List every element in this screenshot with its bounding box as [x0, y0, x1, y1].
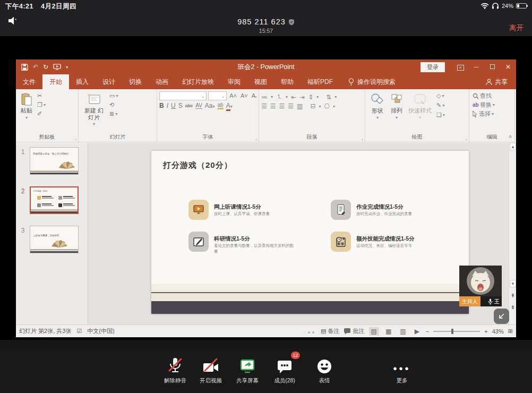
shrink-font-button[interactable]: A˅ — [239, 91, 249, 100]
line-spacing-button[interactable]: ⇕ — [308, 93, 313, 101]
undo-icon[interactable]: ↶ — [33, 63, 38, 71]
redo-icon[interactable]: ↻ — [43, 63, 48, 71]
thumbnail-2[interactable]: 2 打分游戏（20分） — [16, 186, 88, 214]
reset-button[interactable]: ⟲ — [108, 100, 119, 109]
grow-font-button[interactable]: A˄ — [228, 91, 238, 100]
change-case-button[interactable]: Aa▾ — [205, 102, 215, 109]
quick-styles-button[interactable]: 快速样式 ▾ — [406, 91, 434, 121]
tab-11[interactable]: 福昕PDF — [301, 74, 340, 89]
outdent-button[interactable]: ⇤ — [291, 93, 296, 101]
zoom-in-button[interactable]: + — [484, 328, 487, 335]
shadow-button[interactable]: S — [178, 102, 183, 109]
shape-effects-button[interactable]: ❏▾ — [435, 110, 446, 119]
highlight-button[interactable]: ab — [218, 102, 224, 109]
align-left-button[interactable]: ☰ — [261, 102, 267, 110]
minimize-button[interactable]: ─ — [468, 63, 484, 71]
tellme-search[interactable]: 操作说明搜索 — [348, 74, 396, 89]
italic-button[interactable]: I — [167, 102, 168, 109]
replace-button[interactable]: ab 替换 ▾ — [471, 100, 512, 109]
align-right-button[interactable]: ☰ — [279, 102, 285, 110]
vertical-scrollbar[interactable]: ▲ ▼ ⇞ ⇟ — [509, 143, 516, 324]
signin-button[interactable]: 登录 — [421, 62, 445, 72]
spellcheck-icon[interactable]: ☑ — [76, 328, 82, 335]
close-button[interactable]: ✕ — [500, 63, 516, 71]
strikethrough-button[interactable]: abc — [185, 103, 193, 108]
align-text-button[interactable]: ⊟ — [310, 102, 315, 110]
zoom-out-button[interactable]: − — [426, 328, 429, 335]
reading-view-button[interactable]: ▥ — [398, 327, 408, 336]
tab-3[interactable]: 插入 — [69, 74, 96, 89]
copy-button[interactable]: ❐▾ — [36, 100, 47, 109]
underline-button[interactable]: U — [171, 102, 176, 109]
next-slide-button[interactable]: ⇟ — [510, 304, 516, 310]
slide-sorter-view-button[interactable]: ▦ — [383, 327, 393, 336]
columns-button[interactable]: ▥ — [297, 102, 303, 110]
font-size-combo[interactable]: ⌄ — [208, 91, 227, 100]
align-center-button[interactable]: ☰ — [270, 102, 276, 110]
bold-button[interactable]: B — [159, 102, 164, 109]
scroll-down-button[interactable]: ▼ — [510, 280, 516, 287]
font-dialog-launcher[interactable]: ⌟ — [255, 136, 257, 141]
leave-button[interactable]: 离开 — [509, 23, 524, 33]
char-spacing-button[interactable]: AV — [195, 102, 202, 109]
layout-button[interactable]: ▭▾ — [108, 91, 119, 100]
language-indicator[interactable]: 中文(中国) — [87, 327, 114, 335]
thumbnail-3[interactable]: 3 上好每节网课，学有所获 — [16, 226, 88, 253]
ribbon-display-options-button[interactable]: ˄ — [452, 63, 468, 71]
emoji-button[interactable]: 表情 — [301, 356, 348, 385]
tab-10[interactable]: 帮助 — [274, 74, 301, 89]
maximize-button[interactable] — [484, 63, 500, 71]
tab-4[interactable]: 设计 — [96, 74, 122, 89]
font-color-button[interactable]: A▾ — [226, 102, 233, 109]
previous-slide-button[interactable]: ⇞ — [510, 293, 516, 298]
comments-button[interactable]: 批注 — [344, 327, 365, 335]
share-button[interactable]: 共享 — [486, 74, 508, 89]
text-direction-button[interactable]: ⇅ — [326, 93, 331, 101]
drawing-dialog-launcher[interactable]: ⌟ — [465, 136, 467, 141]
notes-button[interactable]: ▤ 备注 — [321, 327, 339, 335]
tab-1[interactable]: 文件 — [16, 74, 42, 89]
meeting-id-row[interactable]: 985 211 623 — [237, 18, 295, 26]
slideshow-view-button[interactable]: ▶ — [413, 327, 422, 336]
minimize-video-button[interactable] — [494, 309, 509, 324]
format-painter-button[interactable]: ✐ — [36, 109, 47, 118]
qat-caret-icon[interactable]: ▾ — [66, 65, 68, 70]
zoom-slider[interactable] — [433, 331, 480, 332]
new-slide-button[interactable]: 新建 幻灯片 ▾ — [81, 91, 107, 127]
select-button[interactable]: 选择 ▾ — [471, 109, 512, 118]
font-name-combo[interactable]: ⌄ — [159, 91, 207, 100]
clipboard-dialog-launcher[interactable]: ⌟ — [74, 136, 76, 141]
bullets-button[interactable]: ≔ — [261, 93, 268, 101]
smartart-button[interactable]: ⎔ — [324, 102, 329, 110]
tab-2[interactable]: 开始 — [42, 74, 69, 89]
tab-7[interactable]: 幻灯片放映 — [175, 74, 221, 89]
shapes-button[interactable]: 形状 ▾ — [367, 91, 388, 121]
indent-button[interactable]: ⇥ — [299, 93, 305, 101]
thumbnail-1[interactable]: 1 疫情居家小班会：线上学习我能行 — [16, 147, 88, 175]
zoom-level[interactable]: 43% — [492, 328, 504, 335]
paragraph-dialog-launcher[interactable]: ⌟ — [361, 136, 363, 141]
justify-button[interactable]: ☰ — [288, 102, 294, 110]
arrange-button[interactable]: 排列 ▾ — [388, 91, 406, 121]
paste-button[interactable]: 粘贴 ▾ — [18, 91, 35, 121]
cut-button[interactable]: ✂ — [36, 91, 47, 100]
tab-8[interactable]: 审阅 — [221, 74, 247, 89]
section-button[interactable]: ≣▾ — [108, 109, 119, 118]
clear-format-button[interactable]: A̶ — [251, 91, 256, 100]
fit-to-window-button[interactable]: ⊞ — [508, 328, 513, 335]
shape-outline-button[interactable]: ✎▾ — [435, 101, 446, 110]
collapse-ribbon-button[interactable]: ˄ — [509, 134, 512, 140]
zoom-slider-thumb[interactable] — [451, 329, 453, 334]
tab-5[interactable]: 切换 — [122, 74, 149, 89]
normal-view-button[interactable]: ▤ — [369, 327, 379, 336]
start-slideshow-icon[interactable] — [53, 64, 61, 70]
scroll-up-button[interactable]: ▲ — [510, 143, 516, 150]
tab-9[interactable]: 视图 — [247, 74, 274, 89]
host-video-thumbnail[interactable]: 主持人 王 — [459, 266, 502, 306]
find-button[interactable]: 查找 — [471, 91, 512, 100]
more-button[interactable]: ••• 更多 — [378, 356, 426, 385]
current-slide[interactable]: 打分游戏（20分） 网上听课情况1-5分按时上课、认真早读、听课质量 作业完成情… — [151, 151, 469, 314]
numbering-button[interactable]: ⒈ — [276, 92, 282, 101]
tab-6[interactable]: 动画 — [149, 74, 175, 89]
shape-fill-button[interactable]: ◇▾ — [435, 91, 446, 100]
